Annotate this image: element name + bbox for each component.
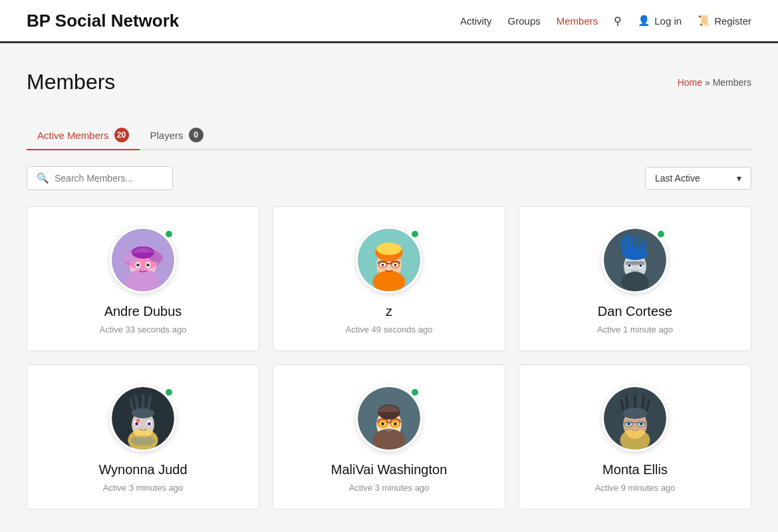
avatar-container [110, 227, 176, 293]
avatar-container [356, 227, 422, 293]
svg-rect-32 [626, 261, 644, 265]
svg-point-19 [394, 264, 397, 267]
member-activity: Active 3 minutes ago [349, 483, 430, 493]
member-card[interactable]: Dan CorteseActive 1 minute ago [519, 206, 751, 351]
register-label: Register [714, 15, 751, 27]
svg-point-38 [135, 422, 138, 426]
online-indicator [164, 229, 174, 239]
svg-point-41 [132, 408, 154, 418]
member-name[interactable]: Wynonna Judd [98, 462, 187, 477]
search-icon: 🔍 [37, 172, 49, 184]
member-activity: Active 9 minutes ago [595, 483, 676, 493]
tab-active-members[interactable]: Active Members 20 [27, 121, 140, 150]
avatar-container [602, 385, 668, 452]
online-indicator [410, 229, 420, 239]
svg-point-40 [136, 419, 140, 423]
member-card[interactable]: zActive 49 seconds ago [273, 206, 505, 351]
page-header: Members Home » Members [27, 70, 751, 94]
login-label: Log in [654, 15, 682, 27]
tab-active-members-label: Active Members [37, 130, 109, 141]
page-title: Members [27, 70, 115, 94]
list-controls: 🔍 Last Active ▾ [27, 166, 751, 190]
member-name[interactable]: Andre Dubus [104, 304, 182, 319]
nav-activity[interactable]: Activity [460, 15, 492, 27]
breadcrumb-home[interactable]: Home [678, 77, 702, 88]
nav-members[interactable]: Members [557, 15, 598, 27]
member-card[interactable]: MaliVai WashingtonActive 3 minutes ago [273, 364, 505, 509]
svg-point-26 [621, 272, 648, 291]
member-name[interactable]: Monta Ellis [602, 462, 668, 477]
login-link[interactable]: 👤 Log in [638, 15, 682, 27]
avatar-container [602, 227, 668, 293]
main-nav: Activity Groups Members ⚲ 👤 Log in 📜 Reg… [460, 15, 751, 27]
online-indicator [410, 388, 420, 397]
member-activity: Active 3 minutes ago [103, 483, 184, 493]
avatar [602, 385, 668, 452]
site-title: BP Social Network [27, 11, 179, 31]
players-count: 0 [189, 128, 203, 142]
main-content: Members Home » Members Active Members 20… [13, 43, 765, 532]
avatar-container [356, 385, 422, 452]
svg-point-6 [136, 263, 140, 267]
member-tabs: Active Members 20 Players 0 [27, 121, 751, 150]
member-activity: Active 49 seconds ago [346, 325, 433, 334]
member-card[interactable]: Wynonna JuddActive 3 minutes ago [27, 364, 259, 509]
svg-point-7 [146, 263, 150, 267]
breadcrumb: Home » Members [678, 77, 751, 88]
register-icon: 📜 [698, 15, 710, 27]
online-indicator [656, 229, 666, 239]
member-name[interactable]: Dan Cortese [598, 304, 672, 319]
svg-point-39 [148, 422, 151, 426]
breadcrumb-current: Members [713, 77, 751, 88]
online-indicator [164, 388, 174, 397]
register-link[interactable]: 📜 Register [698, 15, 751, 27]
nav-groups[interactable]: Groups [508, 15, 541, 27]
tab-players-label: Players [150, 130, 184, 141]
search-input[interactable] [55, 173, 163, 184]
svg-point-51 [394, 422, 397, 426]
svg-point-31 [622, 247, 648, 260]
member-name[interactable]: MaliVai Washington [331, 462, 448, 477]
member-card[interactable]: Monta EllisActive 9 minutes ago [519, 364, 751, 509]
member-card[interactable]: Andre DubusActive 33 seconds ago [27, 206, 259, 351]
site-header: BP Social Network Activity Groups Member… [0, 0, 778, 43]
user-icon: 👤 [638, 15, 650, 27]
search-box[interactable]: 🔍 [27, 166, 173, 190]
svg-point-62 [622, 408, 648, 419]
member-activity: Active 1 minute ago [597, 325, 673, 334]
members-grid: Andre DubusActive 33 seconds ago zActive… [27, 206, 751, 509]
member-activity: Active 33 seconds ago [100, 325, 187, 334]
tab-players[interactable]: Players 0 [140, 121, 214, 150]
svg-point-50 [381, 422, 384, 426]
svg-point-21 [376, 243, 402, 255]
svg-point-42 [130, 436, 156, 446]
search-icon[interactable]: ⚲ [614, 15, 622, 27]
active-members-count: 20 [114, 128, 129, 142]
chevron-down-icon: ▾ [737, 173, 741, 184]
svg-point-18 [382, 264, 384, 267]
sort-dropdown[interactable]: Last Active ▾ [645, 167, 751, 190]
sort-label: Last Active [655, 173, 700, 184]
member-name[interactable]: z [386, 304, 392, 319]
avatar-container [110, 385, 176, 452]
breadcrumb-separator: » [705, 77, 713, 88]
